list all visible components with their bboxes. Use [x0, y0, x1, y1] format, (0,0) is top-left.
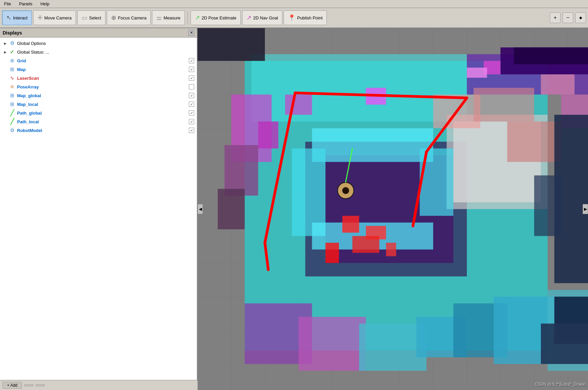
expander-path-local: [4, 120, 7, 124]
svg-rect-32: [224, 145, 258, 196]
menu-bar: File Panels Help: [0, 0, 588, 8]
svg-rect-40: [547, 290, 588, 371]
tree-item-posearray[interactable]: ≋ PoseArray: [0, 82, 197, 91]
expander-laserscan: [4, 76, 7, 80]
menu-help[interactable]: Help: [38, 1, 52, 7]
svg-rect-44: [453, 122, 541, 202]
main-area: Displays ✕ ▶ ⚙ Global Options ▶ ✔ Global…: [0, 28, 588, 390]
map-local-checkbox[interactable]: [189, 102, 194, 107]
zoom-in-button[interactable]: +: [550, 12, 561, 23]
svg-rect-33: [218, 189, 244, 230]
tree-item-path-global[interactable]: ╱ Path_global: [0, 109, 197, 117]
svg-rect-57: [312, 222, 433, 249]
toolbar-nav-goal-button[interactable]: ↗ 2D Nav Goal: [242, 10, 282, 25]
tree-item-global-options[interactable]: ▶ ⚙ Global Options: [0, 39, 197, 48]
bottom-bar: + Add: [0, 380, 198, 390]
tree-item-path-local[interactable]: ╱ Path_local: [0, 117, 197, 126]
tree-item-robotmodel[interactable]: ⚙ RobotModel: [0, 126, 197, 135]
toolbar-focus-camera-button[interactable]: ⊕ Focus Camera: [107, 10, 151, 25]
svg-rect-42: [325, 155, 453, 263]
svg-rect-49: [285, 94, 312, 115]
map-global-checkbox[interactable]: [189, 93, 194, 98]
expander-path-global: [4, 111, 7, 115]
tree-item-laserscan[interactable]: ∿ LaserScan: [0, 74, 197, 82]
menu-file[interactable]: File: [1, 1, 14, 7]
svg-rect-58: [342, 216, 359, 233]
viewport-left-arrow[interactable]: ◀: [198, 204, 203, 214]
add-button[interactable]: + Add: [3, 382, 22, 389]
grid-checkbox[interactable]: [189, 58, 194, 63]
remove-button[interactable]: [36, 384, 45, 386]
laserscan-checkbox[interactable]: [189, 75, 194, 81]
map-global-icon: ⊞: [9, 92, 15, 99]
toolbar-select-button[interactable]: ▭ Select: [77, 10, 105, 25]
tree-item-map-local[interactable]: ⊞ Map_local: [0, 100, 197, 109]
svg-rect-60: [352, 236, 379, 253]
posearray-checkbox[interactable]: [189, 84, 194, 89]
svg-rect-38: [453, 303, 507, 357]
interact-icon: ↖: [6, 15, 11, 21]
svg-rect-52: [554, 297, 588, 344]
toolbar-interact-button[interactable]: ↖ Interact: [2, 10, 32, 25]
svg-rect-55: [292, 148, 325, 236]
grid-icon: ⊛: [9, 58, 15, 64]
viewport[interactable]: ◀ ▶ CSDN @生产队的驴_Drakie: [198, 28, 588, 390]
nav-goal-icon: ↗: [246, 15, 251, 21]
duplicate-button[interactable]: [24, 384, 33, 386]
move-camera-icon: ✛: [38, 15, 43, 21]
expander-map-local: [4, 103, 7, 106]
svg-rect-48: [366, 88, 386, 105]
svg-line-65: [295, 93, 467, 98]
displays-tree[interactable]: ▶ ⚙ Global Options ▶ ✔ Global Status: ..…: [0, 38, 197, 390]
robotmodel-icon: ⚙: [9, 127, 15, 133]
toolbar-publish-point-button[interactable]: 📍 Publish Point: [284, 10, 327, 25]
measure-label: Measure: [163, 15, 180, 20]
expander-global-options: ▶: [4, 42, 7, 45]
viewport-right-arrow[interactable]: ▶: [583, 204, 588, 214]
tree-item-map-global[interactable]: ⊞ Map_global: [0, 91, 197, 100]
tree-item-grid[interactable]: ⊛ Grid: [0, 56, 197, 65]
posearray-icon: ≋: [9, 84, 15, 90]
svg-rect-61: [325, 243, 339, 263]
svg-rect-36: [359, 324, 426, 371]
path-local-icon: ╱: [9, 118, 15, 125]
map-local-icon: ⊞: [9, 101, 15, 107]
expander-posearray: [4, 85, 7, 89]
toolbar-separator-1: [188, 11, 188, 24]
expander-robotmodel: [4, 129, 7, 132]
map-global-label: Map_global: [17, 93, 189, 98]
svg-line-73: [346, 148, 352, 182]
toolbar-pose-estimate-button[interactable]: ↗ 2D Pose Estimate: [191, 10, 241, 25]
expander-global-status: ▶: [4, 50, 7, 54]
robotmodel-checkbox[interactable]: [189, 128, 194, 133]
displays-close-button[interactable]: ✕: [188, 30, 194, 36]
displays-header: Displays ✕: [0, 28, 197, 38]
svg-rect-25: [514, 48, 588, 64]
svg-point-71: [338, 183, 354, 199]
path-global-label: Path_global: [17, 111, 189, 116]
path-local-checkbox[interactable]: [189, 119, 194, 124]
global-options-icon: ⚙: [9, 40, 15, 46]
map-checkbox[interactable]: [189, 67, 194, 72]
tree-item-map[interactable]: ⊞ Map: [0, 65, 197, 74]
svg-rect-39: [494, 297, 561, 364]
zoom-out-button[interactable]: −: [563, 12, 573, 23]
pose-estimate-icon: ↗: [195, 15, 200, 21]
svg-rect-63: [554, 115, 588, 283]
path-local-label: Path_local: [17, 119, 189, 124]
svg-rect-0: [198, 28, 588, 390]
options-button[interactable]: ●: [575, 12, 586, 23]
left-panel: Displays ✕ ▶ ⚙ Global Options ▶ ✔ Global…: [0, 28, 198, 390]
toolbar-measure-button[interactable]: ⚌ Measure: [152, 10, 185, 25]
menu-panels[interactable]: Panels: [16, 1, 35, 7]
svg-rect-34: [245, 303, 312, 364]
svg-rect-50: [258, 122, 278, 148]
toolbar-move-camera-button[interactable]: ✛ Move Camera: [33, 10, 76, 25]
path-global-checkbox[interactable]: [189, 110, 194, 116]
svg-line-67: [265, 192, 275, 243]
svg-rect-45: [433, 94, 481, 128]
interact-label: Interact: [13, 15, 27, 20]
tree-item-global-status[interactable]: ▶ ✔ Global Status: ...: [0, 48, 197, 56]
svg-point-72: [342, 187, 349, 194]
pose-estimate-label: 2D Pose Estimate: [202, 15, 236, 20]
